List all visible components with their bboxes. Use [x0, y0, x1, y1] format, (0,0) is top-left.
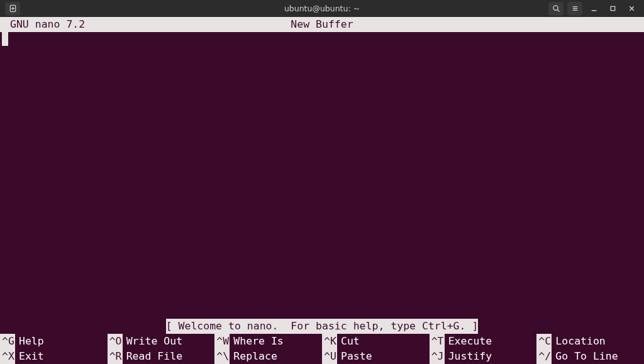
nano-version: GNU nano 7.2 — [10, 17, 85, 32]
svg-point-3 — [553, 6, 557, 10]
shortcut-where-is: ^W Where Is — [214, 334, 322, 349]
shortcut-label: Write Out — [126, 334, 182, 349]
svg-line-4 — [557, 10, 559, 12]
shortcut-key: ^U — [322, 349, 337, 364]
close-button[interactable] — [624, 2, 639, 16]
shortcut-paste: ^U Paste — [322, 349, 430, 364]
maximize-button[interactable] — [605, 2, 620, 16]
shortcut-label: Location — [555, 334, 605, 349]
hamburger-icon[interactable] — [567, 2, 582, 16]
shortcut-goto-line: ^/ Go To Line — [536, 349, 644, 364]
new-tab-icon[interactable] — [5, 2, 20, 16]
shortcut-key: ^T — [430, 334, 445, 349]
shortcut-help: ^G Help — [0, 334, 108, 349]
shortcut-label: Read File — [126, 349, 182, 364]
shortcut-exit: ^X Exit — [0, 349, 108, 364]
shortcut-key: ^C — [536, 334, 552, 349]
status-message: [ Welcome to nano. For basic help, type … — [166, 319, 479, 334]
shortcut-replace: ^\ Replace — [214, 349, 322, 364]
terminal-area[interactable]: GNU nano 7.2 New Buffer [ Welcome to nan… — [0, 17, 644, 364]
shortcut-key: ^\ — [214, 349, 230, 364]
shortcut-read-file: ^R Read File — [108, 349, 215, 364]
shortcut-key: ^J — [430, 349, 445, 364]
window-title: ubuntu@ubuntu: ~ — [284, 4, 360, 13]
shortcut-key: ^O — [108, 334, 123, 349]
shortcut-label: Go To Line — [555, 349, 618, 364]
minimize-button[interactable] — [586, 2, 601, 16]
shortcut-key: ^G — [0, 334, 15, 349]
shortcut-execute: ^T Execute — [430, 334, 537, 349]
shortcut-key: ^/ — [536, 349, 552, 364]
nano-buffer-name: New Buffer — [291, 17, 353, 32]
shortcut-label: Paste — [341, 349, 372, 364]
shortcut-cut: ^K Cut — [322, 334, 430, 349]
text-cursor — [2, 32, 8, 46]
window-titlebar: ubuntu@ubuntu: ~ — [0, 0, 644, 17]
shortcut-label: Where Is — [233, 334, 283, 349]
shortcut-key: ^X — [0, 349, 15, 364]
shortcut-label: Cut — [341, 334, 360, 349]
shortcut-location: ^C Location — [536, 334, 644, 349]
shortcut-label: Justify — [448, 349, 492, 364]
shortcut-label: Help — [19, 334, 44, 349]
shortcut-key: ^R — [108, 349, 123, 364]
svg-rect-9 — [611, 6, 615, 11]
editor-body[interactable] — [0, 32, 644, 319]
shortcut-label: Replace — [233, 349, 277, 364]
status-bar: [ Welcome to nano. For basic help, type … — [0, 319, 644, 334]
shortcut-label: Execute — [448, 334, 492, 349]
shortcut-bar: ^G Help ^X Exit ^O Write Out ^R Read Fil… — [0, 334, 644, 364]
shortcut-key: ^W — [214, 334, 230, 349]
shortcut-key: ^K — [322, 334, 337, 349]
shortcut-label: Exit — [19, 349, 44, 364]
nano-title-bar: GNU nano 7.2 New Buffer — [0, 17, 644, 32]
shortcut-justify: ^J Justify — [430, 349, 537, 364]
shortcut-write-out: ^O Write Out — [108, 334, 215, 349]
search-icon[interactable] — [548, 2, 564, 16]
